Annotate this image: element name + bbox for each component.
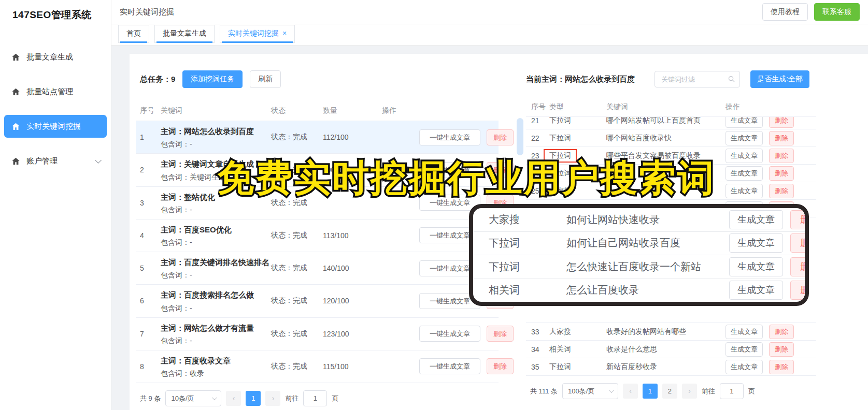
tab-keyword-mining[interactable]: 实时关键词挖掘× bbox=[220, 25, 295, 43]
delete-button[interactable]: 删除 bbox=[769, 360, 794, 374]
table-row[interactable]: 1 主词：网站怎么收录到百度包含词：- 状态：完成 112/100 一键生成文章… bbox=[136, 121, 499, 154]
generate-article-button[interactable]: 生成文章 bbox=[725, 149, 763, 163]
generate-article-button[interactable]: 生成文章 bbox=[725, 131, 763, 145]
delete-button[interactable]: 删除 bbox=[790, 281, 809, 300]
page-number-1[interactable]: 1 bbox=[246, 391, 261, 406]
generate-article-button[interactable]: 生成文章 bbox=[729, 210, 783, 229]
sidebar-item-account[interactable]: 账户管理 bbox=[4, 150, 107, 172]
promo-banner-text: 免费实时挖掘行业用户搜索词 bbox=[217, 154, 716, 203]
generate-filter-button[interactable]: 是否生成:全部 bbox=[750, 70, 809, 88]
chevron-down-icon bbox=[95, 157, 102, 164]
prev-page-button[interactable]: ‹ bbox=[226, 391, 241, 406]
cell-no: 3 bbox=[136, 199, 161, 207]
cell-type: 下拉词 bbox=[489, 236, 566, 250]
generate-article-button[interactable]: 生成文章 bbox=[729, 233, 783, 253]
goto-label: 前往 bbox=[702, 387, 715, 396]
table-row[interactable]: 34 相关词 收录是什么意思 生成文章删除 bbox=[526, 341, 816, 358]
table-row[interactable]: 22 下拉词 哪个网站百度收录快 生成文章删除 bbox=[526, 129, 816, 147]
delete-button[interactable]: 删除 bbox=[487, 358, 514, 374]
generate-article-button[interactable]: 生成文章 bbox=[729, 257, 783, 276]
generate-article-button[interactable]: 生成文章 bbox=[725, 360, 763, 374]
goto-page-input[interactable] bbox=[720, 383, 744, 399]
tab-bar: 首页 批量文章生成 实时关键词挖掘× bbox=[111, 24, 868, 46]
next-page-button[interactable]: › bbox=[265, 391, 280, 406]
refresh-button[interactable]: 刷新 bbox=[250, 70, 281, 88]
keyword-filter bbox=[654, 71, 740, 87]
keyword-panel-header: 当前主词：网站怎么收录到百度 是否生成:全部 bbox=[526, 70, 816, 88]
tab-label: 实时关键词挖掘 bbox=[228, 29, 279, 37]
generate-article-button[interactable]: 生成文章 bbox=[725, 342, 763, 357]
cell-keyword: 收录是什么意思 bbox=[606, 345, 725, 354]
prev-page-button[interactable]: ‹ bbox=[623, 384, 638, 399]
delete-button[interactable]: 删除 bbox=[487, 326, 514, 342]
task-panel-header: 总任务：9 添加挖词任务 刷新 bbox=[140, 70, 499, 88]
delete-button[interactable]: 删除 bbox=[769, 166, 794, 181]
generate-article-button[interactable]: 生成文章 bbox=[729, 281, 783, 300]
delete-button[interactable]: 删除 bbox=[790, 233, 809, 253]
generate-article-button[interactable]: 生成文章 bbox=[725, 117, 763, 128]
goto-page-input[interactable] bbox=[303, 390, 327, 406]
sidebar-item-batch-article[interactable]: 批量文章生成 bbox=[4, 46, 107, 68]
generate-article-button[interactable]: 生成文章 bbox=[725, 184, 763, 198]
cell-no: 35 bbox=[526, 363, 549, 371]
table-row[interactable]: 35 下拉词 新站百度秒收录 生成文章删除 bbox=[526, 358, 816, 376]
tab-home[interactable]: 首页 bbox=[118, 25, 149, 43]
cell-qty: 140/100 bbox=[323, 264, 382, 272]
topbar-actions: 使用教程 联系客服 bbox=[762, 3, 860, 21]
delete-button[interactable]: 删除 bbox=[487, 129, 514, 145]
cell-no: 5 bbox=[136, 264, 161, 272]
generate-article-button[interactable]: 一键生成文章 bbox=[419, 358, 480, 374]
contact-support-button[interactable]: 联系客服 bbox=[814, 3, 860, 21]
task-panel: 总任务：9 添加挖词任务 刷新 序号 关键词 状态 数量 操作 1 主词：网站怎… bbox=[136, 67, 499, 410]
cell-no: 33 bbox=[526, 328, 549, 336]
page-number-2[interactable]: 2 bbox=[662, 384, 677, 399]
search-icon bbox=[728, 75, 735, 83]
table-row[interactable]: 6 主词：百度搜索排名怎么做包含词：- 状态：完成 120/100 一键生成文章… bbox=[136, 285, 499, 317]
delete-button[interactable]: 删除 bbox=[790, 257, 809, 276]
add-task-button[interactable]: 添加挖词任务 bbox=[182, 70, 243, 88]
column-type: 类型 bbox=[549, 102, 606, 112]
table-row[interactable]: 4 主词：百度SEO优化包含词：- 状态：完成 113/100 一键生成文章删除 bbox=[136, 219, 499, 252]
next-page-button[interactable]: › bbox=[682, 384, 697, 399]
delete-button[interactable]: 删除 bbox=[769, 131, 794, 145]
generate-article-button[interactable]: 生成文章 bbox=[725, 325, 763, 339]
table-row[interactable]: 8 主词：百度收录文章包含词：收录 状态：完成 115/100 一键生成文章删除 bbox=[136, 350, 499, 383]
cell-no: 8 bbox=[136, 362, 161, 371]
cell-keyword: 怎么快速让百度收录一个新站 bbox=[566, 260, 729, 274]
generate-article-button[interactable]: 生成文章 bbox=[725, 166, 763, 181]
delete-button[interactable]: 删除 bbox=[769, 184, 794, 198]
sidebar-item-keyword-mining[interactable]: 实时关键词挖掘 bbox=[4, 115, 107, 138]
cell-status: 状态：完成 bbox=[271, 263, 323, 273]
home-icon bbox=[11, 53, 20, 62]
table-row[interactable]: 21 下拉词 哪个网站发帖可以上百度首页 生成文章删除 bbox=[526, 117, 816, 129]
generate-article-button[interactable]: 一键生成文章 bbox=[419, 326, 480, 342]
generate-article-button[interactable]: 一键生成文章 bbox=[419, 129, 480, 145]
column-status: 状态 bbox=[271, 106, 323, 115]
cell-status: 状态：完成 bbox=[271, 231, 323, 240]
cell-type: 下拉词 bbox=[549, 117, 606, 125]
delete-button[interactable]: 删除 bbox=[790, 210, 809, 229]
tab-batch-article[interactable]: 批量文章生成 bbox=[154, 25, 215, 43]
table-row[interactable]: 33 大家搜 收录好的发帖网站有哪些 生成文章删除 bbox=[526, 323, 816, 341]
page-size-select[interactable]: 10条/页 bbox=[165, 390, 221, 406]
table-row[interactable]: 7 主词：网站怎么做才有流量包含词：- 状态：完成 123/100 一键生成文章… bbox=[136, 318, 499, 350]
delete-button[interactable]: 删除 bbox=[769, 117, 794, 128]
cell-type: 相关词 bbox=[489, 283, 566, 297]
page-size-select[interactable]: 100条/页 bbox=[562, 383, 618, 399]
delete-button[interactable]: 删除 bbox=[769, 342, 794, 357]
topbar: 实时关键词挖掘 使用教程 联系客服 bbox=[111, 0, 868, 24]
sidebar-item-batch-site[interactable]: 批量站点管理 bbox=[4, 80, 107, 103]
page-unit-label: 页 bbox=[332, 394, 338, 403]
delete-button[interactable]: 删除 bbox=[769, 149, 794, 163]
delete-button[interactable]: 删除 bbox=[769, 325, 794, 339]
help-button[interactable]: 使用教程 bbox=[762, 3, 808, 21]
close-icon[interactable]: × bbox=[282, 29, 287, 37]
table-row[interactable]: 5 主词：百度关键词排名快速排名包含词：- 状态：完成 140/100 一键生成… bbox=[136, 252, 499, 285]
scrollbar-thumb[interactable] bbox=[517, 118, 523, 155]
total-count: 9 bbox=[171, 75, 175, 83]
page-number-1[interactable]: 1 bbox=[643, 384, 658, 399]
cell-type: 下拉词 bbox=[549, 134, 606, 143]
cell-no: 1 bbox=[136, 133, 161, 141]
cell-type: 下拉词 bbox=[489, 260, 566, 274]
page-size-value: 100条/页 bbox=[568, 387, 594, 396]
